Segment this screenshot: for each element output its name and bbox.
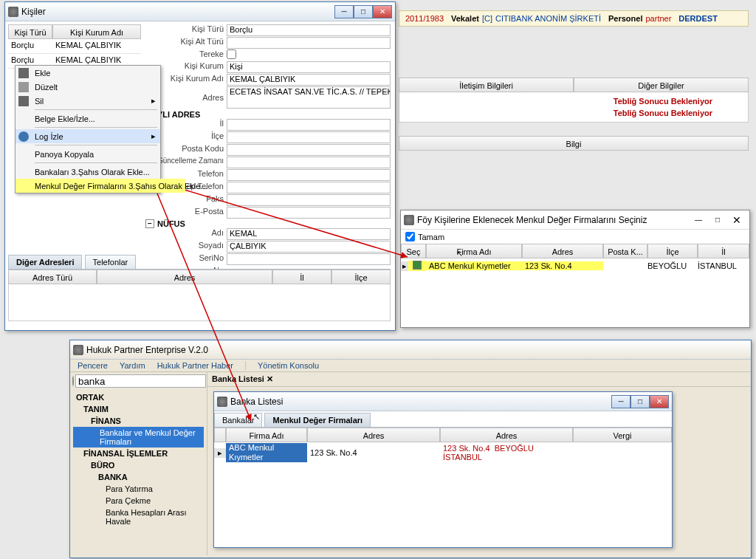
field-posta[interactable] — [227, 144, 391, 156]
ctx-belge[interactable]: Belge Ekle/İzle... — [16, 112, 160, 126]
plus-icon — [18, 68, 29, 78]
min-button[interactable]: — — [689, 213, 708, 227]
menkul-row[interactable]: ▸ ABC Menkul Kıymetler 123 Sk. No.4 BEYO… — [401, 258, 749, 273]
app-title: Hukuk Partner Enterprise V.2.0 — [86, 345, 208, 355]
tree-para-cek[interactable]: Para Çekme — [73, 495, 204, 507]
search-input[interactable] — [75, 374, 206, 388]
field-gunc[interactable] — [227, 157, 391, 168]
col-firma[interactable]: Firma Adı — [226, 428, 307, 442]
personel-name: partner — [645, 14, 671, 23]
col-adres[interactable]: Adres — [522, 244, 603, 258]
field-ilce[interactable] — [227, 131, 391, 143]
tree-fin-islem[interactable]: FİNANSAL İŞLEMLER — [73, 447, 204, 459]
field-faks[interactable] — [227, 194, 391, 206]
collapse-nufus[interactable]: − — [145, 219, 154, 228]
cursor-icon: ↖ — [253, 412, 260, 422]
col-adres[interactable]: Adres — [97, 270, 272, 284]
col-adres2[interactable]: Adres — [440, 428, 573, 442]
field-kisi-kurum-adi[interactable]: KEMAL ÇALBIYIK — [227, 74, 391, 86]
min-button[interactable]: ─ — [334, 5, 354, 18]
col-ilce[interactable]: İlçe — [647, 244, 698, 258]
window-icon — [404, 215, 414, 225]
menu-yonetim[interactable]: Yönetim Konsolu — [258, 361, 319, 370]
tab-telefonlar[interactable]: Telefonlar — [85, 255, 137, 269]
ctx-ekle[interactable]: Ekle — [16, 66, 160, 80]
banka-row[interactable]: ▸ ABC Menkul Kıymetler 123 Sk. No.4 123 … — [214, 442, 672, 463]
col-kisi-turu[interactable]: Kişi Türü — [8, 24, 52, 39]
field-cep[interactable] — [227, 182, 391, 193]
app-icon — [73, 345, 83, 355]
vekalet-label: Vekalet — [451, 14, 479, 23]
menu-pencere[interactable]: Pencere — [78, 361, 108, 370]
menu-haber[interactable]: Hukuk Partner Haber — [157, 361, 233, 370]
vekalet-code[interactable]: [C] — [482, 14, 492, 23]
grid-row[interactable]: Borçlu KEMAL ÇALBIYIK — [8, 39, 141, 54]
tab-menkul[interactable]: Menkul Değer Firmaları — [264, 413, 371, 427]
field-kisi-turu[interactable]: Borçlu — [227, 24, 391, 36]
tree-para-yatir[interactable]: Para Yatırma — [73, 483, 204, 495]
list-tab[interactable]: Banka Listesi ✕ — [212, 374, 273, 383]
field-il[interactable] — [227, 119, 391, 131]
max-button[interactable]: □ — [354, 5, 373, 18]
ctx-sil[interactable]: Sil▸ — [16, 94, 160, 108]
window-icon — [217, 397, 227, 407]
col-sec[interactable]: Seç — [401, 244, 426, 258]
tree-havale[interactable]: Banka Hesapları Arası Havale — [73, 507, 204, 527]
close-button[interactable]: ✕ — [650, 395, 669, 408]
field-adres[interactable]: ECETAS İNSAAT SAN.VE TİC.A.S. // TEPEKUM… — [227, 86, 391, 109]
max-button[interactable]: □ — [630, 395, 650, 408]
chk-tereke[interactable] — [227, 49, 236, 59]
ctx-duzelt[interactable]: Düzelt — [16, 80, 160, 94]
ctx-menkul[interactable]: Menkul Değer Firmalarını 3.Şahıs Olarak … — [16, 179, 185, 193]
vekalet-firm: CITIBANK ANONİM ŞİRKETİ — [495, 14, 601, 23]
status-badge: DERDEST — [678, 14, 718, 23]
tab-diger-adres[interactable]: Diğer Adresleri — [8, 255, 82, 269]
chk-tamam[interactable] — [405, 232, 415, 241]
tree-finans[interactable]: FİNANS — [73, 415, 204, 427]
section-nufus: NÜFUS — [157, 219, 185, 228]
lbl-kisi-turu: Kişi Türü — [145, 24, 227, 36]
col-kisi-kurum[interactable]: Kişi Kurum Adı — [52, 24, 141, 39]
tab-bankalar[interactable]: Bankalar↖ — [214, 413, 262, 427]
tree-tanim[interactable]: TANIM — [73, 403, 204, 415]
close-button[interactable]: ✕ — [727, 213, 746, 227]
col-ilce[interactable]: İlçe — [331, 270, 391, 284]
field-adi[interactable]: KEMAL — [227, 228, 391, 240]
close-button[interactable]: ✕ — [373, 5, 392, 18]
section-yli: YLI ADRES — [157, 110, 200, 119]
banka-listesi-window: Banka Listesi ─ □ ✕ Bankalar↖ Menkul Değ… — [213, 391, 673, 548]
personel-label: Personel — [608, 14, 642, 23]
banka-title: Banka Listesi — [230, 397, 283, 407]
tree-bankalar[interactable]: Bankalar ve Menkul Değer Firmaları — [73, 427, 204, 447]
min-button[interactable]: ─ — [611, 395, 630, 408]
field-soyadi[interactable]: ÇALBIYIK — [227, 241, 391, 253]
context-menu: Ekle Düzelt Sil▸ Belge Ekle/İzle... Log … — [15, 65, 161, 193]
tree-banka[interactable]: BANKA — [73, 471, 204, 483]
field-tel[interactable] — [227, 169, 391, 181]
lbl-tereke: Tereke — [145, 49, 227, 61]
case-year: 2011/1983 — [405, 14, 444, 23]
edit-icon — [18, 82, 29, 92]
ctx-log[interactable]: Log İzle▸ — [16, 129, 160, 143]
field-kisi-alt-turu[interactable] — [227, 37, 391, 49]
search-icon — [18, 131, 29, 142]
col-adres-turu[interactable]: Adres Türü — [8, 270, 97, 284]
window-icon — [8, 7, 18, 17]
max-button[interactable]: □ — [708, 213, 727, 227]
col-il[interactable]: İl — [272, 270, 331, 284]
check-icon[interactable] — [413, 261, 422, 270]
main-app-window: Hukuk Partner Enterprise V.2.0 Pencere Y… — [69, 340, 752, 558]
field-kisi-kurum[interactable]: Kişi — [227, 61, 391, 73]
minus-icon — [18, 96, 29, 106]
col-firma[interactable]: Firma Adı↖ — [426, 244, 522, 258]
col-vergi[interactable]: Vergi — [573, 428, 672, 442]
tree-ortak[interactable]: ORTAK — [73, 391, 204, 403]
col-posta[interactable]: Posta K... — [603, 244, 647, 258]
col-adres[interactable]: Adres — [307, 428, 440, 442]
field-eposta[interactable] — [227, 207, 391, 219]
ctx-pano[interactable]: Panoya Kopyala — [16, 147, 160, 161]
ctx-bank[interactable]: Bankaları 3.Şahıs Olarak Ekle... — [16, 165, 160, 179]
menu-yardim[interactable]: Yardım — [120, 361, 145, 370]
col-il[interactable]: İl — [698, 244, 749, 258]
tree-buro[interactable]: BÜRO — [73, 459, 204, 471]
